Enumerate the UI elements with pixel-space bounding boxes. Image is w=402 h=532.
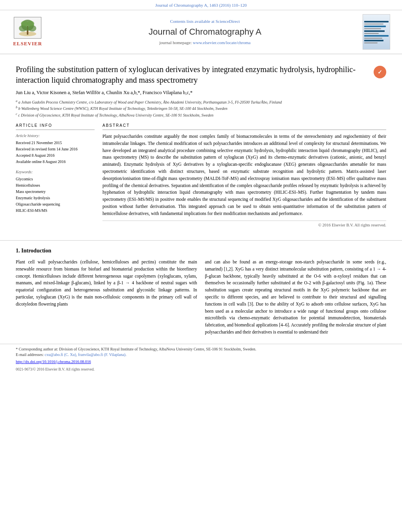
journal-reference-bar: Journal of Chromatography A, 1463 (2016)… [0,0,402,10]
crossmark-icon: ✓ [374,66,386,78]
journal-homepage-line: journal homepage: www.elsevier.com/locat… [55,40,355,46]
affiliations: a a Johan Gadolin Process Chemistry Cent… [16,99,386,118]
journal-ref-text: Journal of Chromatography A, 1463 (2016)… [155,3,247,7]
svg-point-6 [27,21,34,26]
elsevier-tree-icon [14,17,41,39]
cover-image [363,14,390,50]
keyword-5: Oligosaccharide sequencing [16,202,95,207]
abstract-col: ABSTRACT Plant polysaccharides constitut… [102,123,386,228]
intro-left-para: Plant cell wall polysaccharides (cellulo… [16,259,197,308]
cover-lines [364,21,388,43]
elsevier-brand-label: ELSEVIER [13,40,42,47]
journal-header: ELSEVIER Contents lists available at Sci… [0,10,402,54]
keyword-3: Mass spectrometry [16,189,95,195]
footnote-emails: E-mail addresses: cxu@abo.fi (C. Xu), fr… [16,352,386,358]
intro-right-col: and can also be found as an energy-stora… [205,259,386,340]
intro-heading: 1. Introduction [16,247,386,255]
introduction-section: 1. Introduction Plant cell wall polysacc… [0,247,402,340]
svg-text:✓: ✓ [378,69,382,75]
sciencedirect-anchor[interactable]: ScienceDirect [216,19,240,24]
copyright-line: © 2016 Elsevier B.V. All rights reserved… [102,221,386,228]
crossmark-badge: ✓ [370,64,386,78]
journal-title-center: Contents lists available at ScienceDirec… [47,19,363,46]
history-label: Article history: [16,133,95,139]
abstract-heading: ABSTRACT [102,123,386,130]
footnote-corresponding: * Corresponding author at: Division of G… [16,347,386,352]
article-body: Profiling the substitution pattern of xy… [0,54,402,234]
intro-two-col: Plant cell wall polysaccharides (cellulo… [16,259,386,340]
section-divider [0,240,402,241]
abstract-text: Plant polysaccharides constitute arguabl… [102,133,386,217]
keywords-section: Keywords: Glycomics Hemicelluloses Mass … [16,169,95,213]
doi-line: http://dx.doi.org/10.1016/j.chroma.2016.… [0,358,402,366]
received-revised-date: Received in revised form 14 June 2016 [16,146,95,152]
svg-point-5 [21,21,28,26]
intro-right-para: and can also be found as an energy-stora… [205,259,386,336]
article-info-col: ARTICLE INFO Article history: Received 2… [16,123,95,228]
affiliation-a: a a Johan Gadolin Process Chemistry Cent… [16,99,386,105]
journal-title-text: Journal of Chromatography A [55,26,355,38]
homepage-url[interactable]: www.elsevier.com/locate/chroma [193,40,251,45]
keyword-6: HILIC-ESI-MS/MS [16,208,95,213]
accepted-date: Accepted 8 August 2016 [16,153,95,158]
affiliation-b: b b Wallenberg Wood Science Centre (WWSC… [16,105,386,111]
intro-left-col: Plant cell wall polysaccharides (cellulo… [16,259,197,340]
email-link[interactable]: cxu@abo.fi (C. Xu), franvila@abo.fi (F. … [45,352,127,357]
authors-line: Jun Liu a, Victor Kisonen a, Stefan Will… [16,89,386,96]
received-date: Received 21 November 2015 [16,140,95,146]
article-info-abstract: ARTICLE INFO Article history: Received 2… [16,123,386,228]
keyword-2: Hemicelluloses [16,183,95,188]
available-date: Available online 8 August 2016 [16,159,95,165]
authors-text: Jun Liu a, Victor Kisonen a, Stefan Will… [16,90,193,95]
keyword-4: Enzymatic hydrolysis [16,195,95,201]
issn-line: 0021-9673/© 2016 Elsevier B.V. All right… [0,366,402,375]
keywords-label: Keywords: [16,169,95,175]
article-title-section: Profiling the substitution pattern of xy… [16,64,386,85]
affiliation-c: c c Division of Glycoscience, KTH Royal … [16,112,386,118]
keyword-1: Glycomics [16,176,95,182]
journal-cover [363,14,394,50]
doi-url[interactable]: http://dx.doi.org/10.1016/j.chroma.2016.… [16,360,91,364]
sciencedirect-link: Contents lists available at ScienceDirec… [55,19,355,24]
elsevier-logo: ELSEVIER [8,17,47,47]
article-info-heading: ARTICLE INFO [16,123,95,130]
article-title: Profiling the substitution pattern of xy… [16,64,370,85]
footnote-section: * Corresponding author at: Division of G… [0,344,402,358]
